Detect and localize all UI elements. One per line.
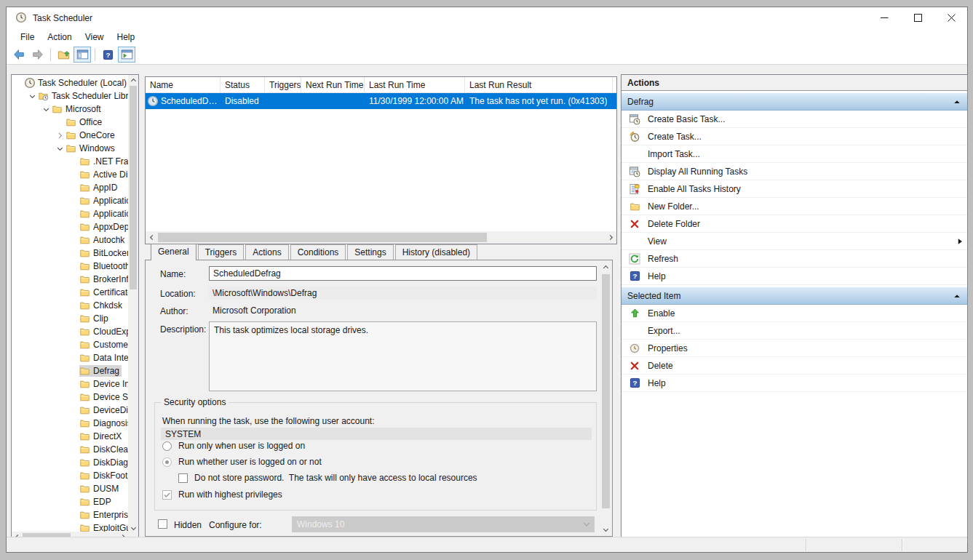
tree-item-clip[interactable]: Clip	[12, 312, 128, 325]
tree-item-device-information[interactable]: Device Information	[12, 377, 128, 391]
checkbox-unchecked[interactable]	[178, 473, 188, 483]
tree-item-devicedirectoryclient[interactable]: DeviceDirectoryClient	[12, 404, 128, 417]
collapse-icon[interactable]	[953, 97, 961, 106]
action-item-display-all-running-tasks[interactable]: Display All Running Tasks	[621, 163, 967, 180]
tree-item-diskcleanup[interactable]: DiskCleanup	[12, 443, 128, 456]
tree-item-cloudexperiencehost[interactable]: CloudExperienceHost	[12, 325, 128, 338]
scroll-up-arrow[interactable]	[128, 75, 138, 85]
action-item-refresh[interactable]: Refresh	[621, 250, 967, 268]
tree-vscroll-thumb[interactable]	[130, 86, 137, 289]
tree-item-task-scheduler-library[interactable]: Task Scheduler Library	[12, 89, 128, 103]
tab-history-disabled-[interactable]: History (disabled)	[395, 244, 477, 260]
menu-help[interactable]: Help	[111, 30, 142, 44]
description-field[interactable]: This task optimizes local storage drives…	[209, 321, 597, 391]
console-panes-button[interactable]	[74, 47, 91, 63]
tree-item-diskfootprint[interactable]: DiskFootprint	[12, 469, 128, 482]
tree-item-brokerinfrastructure[interactable]: BrokerInfrastructure	[12, 273, 128, 286]
column-header-triggers[interactable]: Triggers	[265, 77, 301, 93]
tab-actions[interactable]: Actions	[245, 244, 288, 260]
tab-conditions[interactable]: Conditions	[290, 244, 346, 260]
action-item-export[interactable]: Export...	[621, 322, 967, 340]
tree-item-bitlocker[interactable]: BitLocker	[12, 247, 128, 260]
column-header-last-run-time[interactable]: Last Run Time	[365, 77, 465, 93]
tree-vertical-scrollbar[interactable]	[128, 75, 138, 533]
menu-view[interactable]: View	[79, 30, 111, 44]
radio-unchecked[interactable]	[162, 441, 172, 451]
action-item-enable[interactable]: Enable	[621, 305, 967, 322]
action-item-help[interactable]: ?Help	[621, 268, 967, 285]
help-button[interactable]: ?	[99, 47, 116, 63]
radio-checked[interactable]	[162, 457, 172, 467]
close-button[interactable]	[940, 7, 962, 28]
export-folder-button[interactable]	[55, 47, 72, 63]
tree-item-autochk[interactable]: Autochk	[12, 233, 128, 247]
column-header-name[interactable]: Name	[146, 77, 221, 93]
tree-item-onecore[interactable]: OneCore	[12, 129, 128, 142]
actions-group-header-selected-item[interactable]: Selected Item	[621, 287, 967, 305]
action-item-delete-folder[interactable]: Delete Folder	[621, 215, 967, 233]
tree-item-appid[interactable]: AppID	[12, 181, 128, 194]
chevron-expanded-icon[interactable]	[55, 143, 65, 154]
tree-item-certificateservicesclient[interactable]: CertificateServicesClient	[12, 286, 128, 299]
minimize-button[interactable]	[873, 7, 895, 28]
menu-action[interactable]: Action	[41, 30, 78, 44]
tree-item-windows[interactable]: Windows	[12, 142, 128, 155]
tree-item-task-scheduler-local[interactable]: Task Scheduler (Local)	[12, 76, 128, 89]
list-hscroll-thumb[interactable]	[158, 233, 487, 242]
scroll-down-arrow[interactable]	[600, 524, 611, 535]
tree-item-edp[interactable]: EDP	[12, 495, 128, 508]
actions-group-header-defrag[interactable]: Defrag	[621, 93, 967, 111]
column-header-author[interactable]: Author	[613, 77, 617, 93]
chevron-expanded-icon[interactable]	[41, 104, 52, 115]
scroll-right-arrow[interactable]	[605, 231, 616, 244]
action-item-create-task[interactable]: Create Task...	[621, 128, 967, 145]
tab-triggers[interactable]: Triggers	[198, 244, 245, 260]
chevron-collapsed-icon[interactable]	[55, 130, 65, 141]
tree-item-bluetooth[interactable]: Bluetooth	[12, 260, 128, 273]
tree-item-directx[interactable]: DirectX	[12, 430, 128, 443]
tree-item-appxdeploymentclient[interactable]: AppxDeploymentClient	[12, 220, 128, 233]
column-header-next-run-time[interactable]: Next Run Time	[301, 77, 365, 93]
scroll-left-arrow[interactable]	[146, 231, 157, 244]
configure-for-dropdown[interactable]: Windows 10	[292, 516, 595, 532]
action-item-create-basic-task[interactable]: Create Basic Task...	[621, 111, 967, 128]
tree-item-application-experience[interactable]: Application Experience	[12, 194, 128, 207]
tree-item-applicationdata[interactable]: ApplicationData	[12, 207, 128, 220]
task-row-scheduleddefrag[interactable]: ScheduledDefragDisabled11/30/1999 12:00:…	[146, 93, 617, 109]
column-header-status[interactable]: Status	[221, 77, 265, 93]
maximize-button[interactable]	[907, 7, 929, 28]
tree-item-device-setup[interactable]: Device Setup	[12, 391, 128, 404]
action-item-properties[interactable]: Properties	[621, 340, 967, 357]
menu-file[interactable]: File	[14, 30, 41, 44]
back-button[interactable]	[10, 47, 28, 63]
checkbox-checked[interactable]	[162, 490, 172, 500]
details-vscroll-thumb[interactable]	[602, 274, 610, 508]
action-item-delete[interactable]: Delete	[621, 357, 967, 375]
tree-item-net-framework[interactable]: .NET Framework	[12, 155, 128, 168]
action-item-enable-all-tasks-history[interactable]: Enable All Tasks History	[621, 180, 967, 198]
task-list-horizontal-scrollbar[interactable]	[146, 231, 616, 244]
tree-item-active-directory-rights[interactable]: Active Directory Rights	[12, 168, 128, 181]
action-item-help[interactable]: ?Help	[621, 375, 967, 392]
tree-item-enterprisemgmt[interactable]: EnterpriseMgmt	[12, 508, 128, 521]
hidden-checkbox[interactable]	[158, 519, 167, 529]
forward-button[interactable]	[29, 47, 47, 63]
scroll-up-arrow[interactable]	[600, 262, 611, 273]
tree-item-data-integrity-scan[interactable]: Data Integrity Scan	[12, 351, 128, 364]
tree-item-office[interactable]: Office	[12, 116, 128, 129]
chevron-expanded-icon[interactable]	[27, 91, 38, 102]
collapse-icon[interactable]	[953, 292, 961, 300]
tree-item-chkdsk[interactable]: Chkdsk	[12, 299, 128, 312]
tree-item-diagnosis[interactable]: Diagnosis	[12, 417, 128, 430]
tree-item-defrag[interactable]: Defrag	[12, 364, 128, 377]
action-item-new-folder[interactable]: New Folder...	[621, 198, 967, 215]
name-field[interactable]: ScheduledDefrag	[209, 266, 597, 281]
tree-item-microsoft[interactable]: Microsoft	[12, 103, 128, 116]
tab-settings[interactable]: Settings	[347, 244, 393, 260]
action-item-view[interactable]: View	[621, 233, 967, 250]
tree-item-diskdiagnostic[interactable]: DiskDiagnostic	[12, 456, 128, 469]
action-pane-button[interactable]	[118, 47, 135, 63]
tree-item-dusm[interactable]: DUSM	[12, 482, 128, 495]
details-vertical-scrollbar[interactable]	[600, 262, 611, 535]
tree-item-customer-experience-improvement-program[interactable]: Customer Experience Improvement Program	[12, 338, 128, 351]
